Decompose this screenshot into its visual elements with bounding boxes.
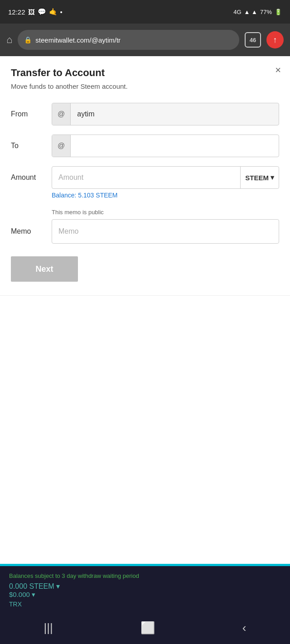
memo-input-wrap	[52, 219, 279, 244]
memo-row: Memo	[11, 219, 279, 244]
memo-label: Memo	[11, 227, 52, 235]
status-time: 12:22	[8, 8, 25, 16]
from-label: From	[11, 110, 52, 118]
status-bar: 12:22 🖼 💬 🤙 • 4G ▲ ▲ 77% 🔋	[0, 0, 290, 24]
main-content: × Transfer to Account Move funds to anot…	[0, 56, 290, 644]
currency-selector[interactable]: STEEM ▾	[240, 167, 279, 188]
to-input-wrap: @	[52, 135, 279, 157]
amount-input[interactable]	[52, 167, 240, 188]
dialog-title: Transfer to Account	[11, 67, 279, 79]
close-button[interactable]: ×	[275, 64, 281, 76]
network-label: 4G	[233, 9, 241, 15]
steem-chevron[interactable]: ▾	[56, 582, 60, 590]
to-label: To	[11, 142, 52, 150]
balance-info: 0.000 STEEM ▾ $0.000 ▾ TRX	[9, 582, 281, 608]
camera-icon: 🖼	[28, 8, 35, 16]
amount-input-wrap: STEEM ▾	[52, 166, 279, 189]
browser-bar: ⌂ 🔒 steemitwallet.com/@aytim/tr 46 ↑	[0, 24, 290, 56]
transfer-dialog: × Transfer to Account Move funds to anot…	[0, 56, 290, 296]
nav-home-icon[interactable]: ⬜	[140, 621, 155, 635]
empty-content	[0, 296, 290, 564]
to-input[interactable]	[71, 135, 279, 157]
amount-row: Amount STEEM ▾ Balance: 5.103 STEEM	[11, 166, 279, 205]
home-icon[interactable]: ⌂	[6, 34, 12, 46]
currency-chevron: ▾	[271, 173, 274, 182]
status-bar-right: 4G ▲ ▲ 77% 🔋	[233, 9, 282, 15]
to-row: To @	[11, 135, 279, 157]
dot-icon: •	[60, 8, 63, 16]
tabs-badge[interactable]: 46	[245, 32, 261, 48]
url-bar[interactable]: 🔒 steemitwallet.com/@aytim/tr	[18, 30, 239, 50]
from-input[interactable]	[71, 103, 279, 125]
usd-balance: $0.000 ▾	[9, 591, 281, 599]
from-input-wrap: @	[52, 103, 279, 125]
balance-link[interactable]: Balance: 5.103 STEEM	[52, 192, 279, 199]
upload-button[interactable]: ↑	[266, 31, 284, 48]
hand-icon: 🤙	[49, 8, 58, 16]
amount-row-inner: Amount STEEM ▾	[11, 166, 279, 189]
whatsapp-icon: 💬	[38, 8, 46, 16]
balance-note: Balances subject to 3 day withdraw waiti…	[9, 572, 281, 579]
amount-label: Amount	[11, 173, 52, 182]
battery-icon: 🔋	[275, 9, 282, 15]
next-button[interactable]: Next	[11, 256, 78, 282]
memo-note: This memo is public	[52, 209, 279, 216]
signal-icon: ▲ ▲	[244, 9, 257, 15]
battery-label: 77%	[260, 9, 272, 15]
nav-menu-icon[interactable]: |||	[44, 621, 53, 635]
usd-chevron[interactable]: ▾	[32, 591, 35, 598]
currency-label: STEEM	[245, 174, 269, 182]
lock-icon: 🔒	[24, 36, 32, 43]
bottom-info-bar: Balances subject to 3 day withdraw waiti…	[0, 566, 290, 611]
steem-balance: 0.000 STEEM ▾	[9, 582, 281, 591]
url-text: steemitwallet.com/@aytim/tr	[35, 36, 121, 44]
from-row: From @	[11, 103, 279, 125]
memo-input[interactable]	[52, 220, 279, 243]
trx-label: TRX	[9, 601, 281, 608]
from-at-symbol: @	[52, 103, 71, 125]
status-bar-left: 12:22 🖼 💬 🤙 •	[8, 8, 63, 16]
dialog-subtitle: Move funds to another Steem account.	[11, 82, 279, 90]
nav-bar: ||| ⬜ ‹	[0, 611, 290, 644]
to-at-symbol: @	[52, 135, 71, 157]
nav-back-icon[interactable]: ‹	[242, 621, 246, 635]
